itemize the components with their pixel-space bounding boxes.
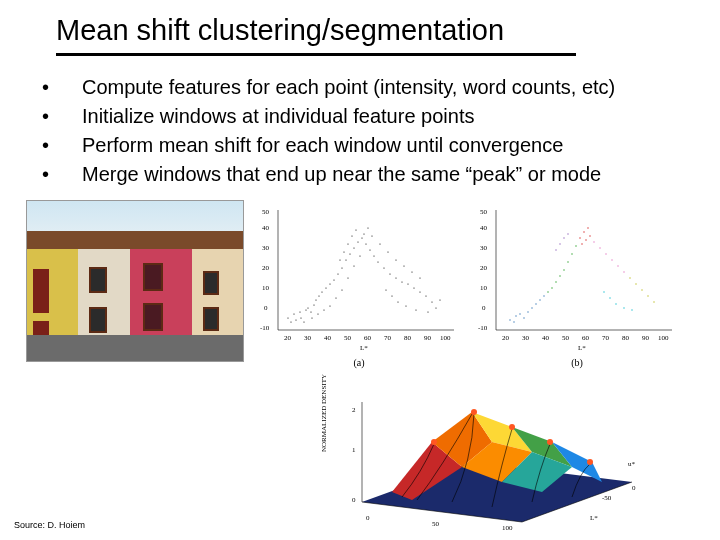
svg-point-28 [407, 283, 408, 284]
svg-point-45 [367, 227, 368, 228]
svg-point-160 [509, 424, 515, 430]
svg-point-40 [341, 289, 342, 290]
svg-point-133 [555, 249, 556, 250]
svg-point-117 [611, 259, 612, 260]
svg-text:20: 20 [262, 264, 270, 272]
svg-text:80: 80 [404, 334, 412, 342]
slide-title: Mean shift clustering/segmentation [0, 0, 720, 53]
svg-text:2: 2 [352, 406, 356, 414]
svg-point-70 [439, 299, 440, 300]
svg-point-64 [391, 295, 392, 296]
svg-point-37 [323, 309, 324, 310]
svg-point-3 [305, 309, 306, 310]
svg-text:0: 0 [264, 304, 268, 312]
svg-point-32 [431, 301, 432, 302]
svg-text:70: 70 [602, 334, 610, 342]
svg-point-33 [300, 317, 301, 318]
svg-point-127 [615, 303, 616, 304]
svg-point-44 [363, 233, 364, 234]
svg-point-69 [435, 307, 436, 308]
svg-text:-10: -10 [478, 324, 488, 332]
figure-row: -1001020304050 2030405060708090100 L* (a… [26, 200, 706, 362]
svg-point-14 [341, 267, 342, 268]
title-underline [56, 53, 576, 56]
svg-point-11 [329, 283, 330, 284]
svg-point-17 [353, 247, 354, 248]
svg-point-158 [431, 439, 437, 445]
svg-text:20: 20 [480, 264, 488, 272]
svg-point-47 [379, 243, 380, 244]
svg-point-95 [535, 303, 536, 304]
svg-point-65 [397, 301, 398, 302]
svg-point-96 [539, 299, 540, 300]
bullet-item: •Perform mean shift for each window unti… [36, 132, 720, 159]
svg-point-51 [411, 271, 412, 272]
svg-point-26 [395, 277, 396, 278]
svg-point-116 [605, 253, 606, 254]
svg-text:30: 30 [480, 244, 488, 252]
svg-point-56 [293, 313, 294, 314]
svg-point-108 [579, 237, 580, 238]
svg-point-61 [343, 251, 344, 252]
svg-point-4 [307, 307, 308, 308]
svg-text:100: 100 [440, 334, 451, 342]
svg-point-5 [310, 311, 311, 312]
svg-point-122 [641, 289, 642, 290]
svg-rect-0 [256, 200, 462, 354]
svg-point-115 [599, 247, 600, 248]
bullet-item: •Merge windows that end up near the same… [36, 161, 720, 188]
scatter-plot-b: -1001020304050 2030405060708090100 L* (b… [474, 200, 680, 354]
svg-point-131 [563, 237, 564, 238]
svg-text:50: 50 [432, 520, 440, 528]
surface-zlabel: NORMALIZED DENSITY [322, 374, 328, 452]
svg-text:40: 40 [324, 334, 332, 342]
bullet-text: Compute features for each point (intensi… [82, 74, 615, 101]
svg-point-13 [337, 273, 338, 274]
bullet-marker: • [36, 161, 82, 188]
svg-point-39 [335, 297, 336, 298]
svg-point-98 [509, 319, 510, 320]
svg-point-57 [299, 311, 300, 312]
svg-text:50: 50 [480, 208, 488, 216]
bullet-text: Merge windows that end up near the same … [82, 161, 601, 188]
svg-point-29 [413, 287, 414, 288]
svg-point-62 [339, 259, 340, 260]
svg-point-107 [575, 245, 576, 246]
svg-point-121 [635, 283, 636, 284]
svg-text:40: 40 [262, 224, 270, 232]
bullet-marker: • [36, 74, 82, 101]
svg-point-102 [555, 281, 556, 282]
svg-text:-10: -10 [260, 324, 270, 332]
svg-point-41 [347, 277, 348, 278]
svg-point-118 [617, 265, 618, 266]
svg-point-93 [527, 311, 528, 312]
svg-point-101 [551, 287, 552, 288]
svg-point-60 [347, 243, 348, 244]
svg-point-6 [313, 304, 314, 305]
svg-point-59 [351, 235, 352, 236]
svg-point-53 [295, 319, 296, 320]
svg-point-126 [609, 297, 610, 298]
svg-point-42 [353, 265, 354, 266]
svg-point-30 [419, 291, 420, 292]
svg-point-97 [543, 295, 544, 296]
svg-point-15 [345, 259, 346, 260]
svg-point-94 [531, 307, 532, 308]
svg-text:40: 40 [542, 334, 550, 342]
svg-point-109 [583, 231, 584, 232]
svg-point-54 [290, 321, 291, 322]
svg-point-23 [377, 261, 378, 262]
svg-point-90 [515, 315, 516, 316]
svg-text:0: 0 [482, 304, 486, 312]
svg-text:50: 50 [562, 334, 570, 342]
source-credit: Source: D. Hoiem [14, 520, 85, 530]
svg-text:0: 0 [352, 496, 356, 504]
svg-point-124 [653, 301, 654, 302]
svg-point-10 [325, 287, 326, 288]
svg-point-38 [329, 305, 330, 306]
svg-text:30: 30 [522, 334, 530, 342]
svg-point-63 [385, 289, 386, 290]
surface-ylabel: u* [628, 460, 636, 468]
svg-text:90: 90 [642, 334, 650, 342]
svg-point-162 [587, 459, 593, 465]
